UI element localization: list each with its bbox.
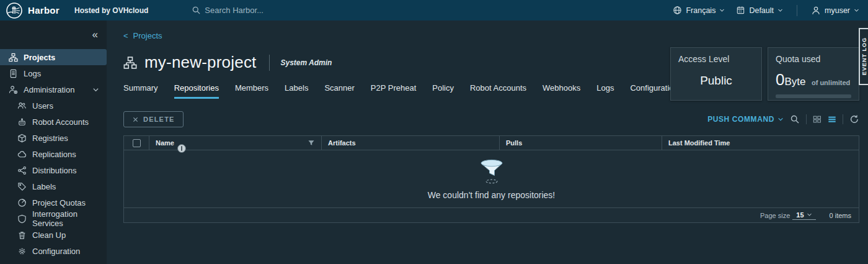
sidebar-collapse-button[interactable]: « [92, 29, 98, 40]
push-command-dropdown[interactable]: PUSH COMMAND [707, 115, 784, 124]
sidebar-item-label: Project Quotas [32, 198, 86, 207]
tab-scanner[interactable]: Scanner [324, 83, 354, 99]
sidebar-item-clean-up[interactable]: Clean Up [0, 227, 107, 243]
tab-summary[interactable]: Summary [123, 83, 158, 99]
sidebar-item-label: Projects [24, 53, 55, 62]
name-filter-button[interactable] [308, 139, 315, 147]
sidebar-item-label: Interrogation Services [32, 209, 107, 228]
column-resize-handle[interactable] [177, 144, 186, 153]
tab-robot-accounts[interactable]: Robot Accounts [470, 83, 526, 99]
sidebar-item-projects[interactable]: Projects [0, 49, 107, 65]
column-header-name[interactable]: Name [156, 139, 174, 147]
toolbar-divider [806, 114, 807, 124]
column-header-pulls[interactable]: Pulls [506, 139, 522, 147]
sidebar-item-robot-accounts[interactable]: Robot Accounts [0, 114, 107, 130]
tab-members[interactable]: Members [235, 83, 268, 99]
quota-progress-bar [776, 94, 851, 98]
event-log-tab[interactable]: EVENT LOG [859, 28, 868, 85]
list-view-icon [828, 115, 836, 124]
robot-icon [17, 117, 27, 127]
user-menu[interactable]: myuser [811, 6, 859, 16]
sidebar-item-label: Replications [32, 150, 76, 159]
sidebar-item-distributions[interactable]: Distributions [0, 162, 107, 178]
toolbar-divider [843, 114, 843, 124]
theme-dropdown[interactable]: Default [736, 6, 783, 15]
sidebar-item-label: Labels [32, 182, 56, 191]
items-count: 0 items [830, 212, 851, 219]
sidebar: « Projects Logs Administration Users [0, 20, 107, 264]
page-size-value: 15 [796, 211, 804, 219]
quota-used-card: Quota used 0Byte of unlimited [768, 47, 859, 101]
project-icon [123, 56, 137, 70]
title-divider [269, 55, 270, 71]
sidebar-item-replications[interactable]: Replications [0, 146, 107, 162]
grid-view-icon [813, 115, 822, 124]
search-icon [790, 114, 800, 124]
delete-button[interactable]: DELETE [123, 111, 184, 127]
tab-repositories[interactable]: Repositories [174, 83, 219, 99]
quota-unit: Byte [784, 76, 805, 88]
header-divider [797, 5, 797, 16]
chevron-down-icon [92, 86, 99, 93]
quota-title: Quota used [776, 54, 851, 64]
sidebar-item-label: Robot Accounts [32, 117, 89, 127]
administration-icon [9, 85, 18, 94]
global-search[interactable] [192, 6, 673, 15]
chevron-down-icon [777, 116, 784, 122]
breadcrumb-projects-link[interactable]: Projects [133, 31, 162, 40]
tag-icon [17, 182, 27, 191]
sidebar-item-interrogation-services[interactable]: Interrogation Services [0, 211, 107, 227]
search-input[interactable] [205, 6, 403, 15]
trash-icon [17, 230, 27, 240]
sidebar-item-labels[interactable]: Labels [0, 178, 107, 194]
tab-p2p-preheat[interactable]: P2P Preheat [371, 83, 416, 99]
card-view-toggle-button[interactable] [813, 115, 822, 124]
sidebar-item-label: Administration [24, 85, 74, 94]
calendar-icon [736, 6, 745, 15]
close-icon [132, 116, 139, 123]
push-command-label: PUSH COMMAND [707, 115, 774, 124]
user-icon [811, 6, 821, 16]
column-header-last-modified[interactable]: Last Modified Time [668, 139, 730, 147]
chevron-down-icon [807, 212, 812, 217]
list-view-toggle-button[interactable] [828, 115, 836, 124]
repositories-table: Name Artifacts Pulls Last Modified Time [123, 135, 859, 223]
sidebar-item-label: Clean Up [32, 230, 66, 240]
breadcrumb[interactable]: < Projects [123, 20, 162, 40]
refresh-button[interactable] [849, 114, 859, 124]
search-repositories-button[interactable] [790, 114, 800, 124]
sidebar-item-project-quotas[interactable]: Project Quotas [0, 194, 107, 211]
page-size-select[interactable]: 15 [792, 211, 815, 220]
harbor-logo-icon [6, 2, 22, 19]
sidebar-item-users[interactable]: Users [0, 98, 107, 114]
quota-value: 0 [776, 70, 784, 89]
globe-icon [673, 6, 682, 15]
breadcrumb-back-arrow: < [123, 31, 128, 40]
access-level-value: Public [678, 74, 754, 88]
sidebar-item-logs[interactable]: Logs [0, 65, 107, 81]
sidebar-item-label: Logs [24, 69, 41, 78]
language-dropdown[interactable]: Français [673, 6, 725, 15]
sidebar-item-label: Configuration [32, 247, 80, 256]
page-title: my-new-project [144, 53, 257, 72]
refresh-icon [849, 114, 859, 124]
column-header-artifacts[interactable]: Artifacts [328, 139, 356, 147]
gear-icon [17, 247, 27, 256]
sidebar-item-label: Users [32, 101, 53, 111]
empty-state: We couldn't find any repositories! [124, 150, 859, 207]
quota-limit-label: of unlimited [812, 79, 850, 86]
sidebar-item-configuration[interactable]: Configuration [0, 243, 107, 259]
select-all-checkbox[interactable] [133, 139, 141, 147]
top-header: Harbor Hosted by OVHcloud Français Defau… [0, 0, 868, 20]
sidebar-item-administration[interactable]: Administration [0, 81, 107, 98]
sidebar-item-label: Registries [32, 134, 68, 143]
replications-icon [17, 150, 27, 159]
tab-webhooks[interactable]: Webhooks [542, 83, 580, 99]
sidebar-item-registries[interactable]: Registries [0, 130, 107, 146]
search-icon [192, 6, 201, 15]
tab-logs[interactable]: Logs [596, 83, 614, 99]
tab-labels[interactable]: Labels [285, 83, 308, 99]
tab-policy[interactable]: Policy [432, 83, 454, 99]
sidebar-item-label: Distributions [32, 166, 77, 175]
username-label: myuser [825, 6, 850, 15]
